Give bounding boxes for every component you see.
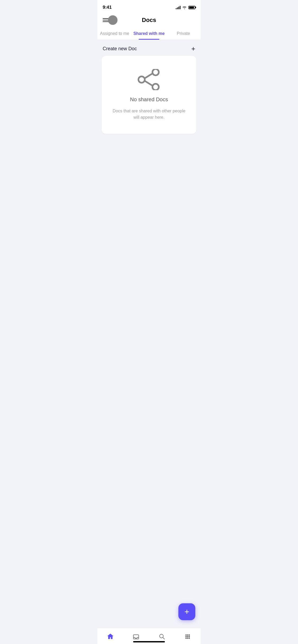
create-bar: Create new Doc +	[97, 40, 201, 56]
status-time: 9:41	[103, 5, 112, 10]
content-area: Create new Doc + No shared Doc	[97, 40, 201, 199]
create-new-doc-label: Create new Doc	[103, 46, 137, 52]
header: Docs	[97, 13, 201, 28]
status-icons	[176, 6, 195, 9]
empty-state-subtitle: Docs that are shared with other people w…	[112, 108, 186, 121]
svg-point-0	[152, 69, 159, 75]
svg-line-4	[145, 81, 152, 86]
signal-icon	[176, 6, 180, 9]
svg-line-3	[145, 73, 152, 78]
page-title: Docs	[142, 17, 156, 24]
share-icon	[136, 69, 162, 91]
tabs-bar: Assigned to me Shared with me Private	[97, 28, 201, 40]
battery-icon	[188, 6, 195, 9]
svg-point-1	[138, 76, 145, 83]
status-bar: 9:41	[97, 0, 201, 13]
svg-point-2	[152, 84, 159, 90]
tab-shared[interactable]: Shared with me	[132, 28, 166, 40]
tab-private[interactable]: Private	[166, 28, 201, 40]
tab-assigned[interactable]: Assigned to me	[97, 28, 132, 40]
create-doc-button[interactable]: +	[191, 45, 195, 52]
empty-state-title: No shared Docs	[130, 96, 168, 103]
wifi-icon	[182, 6, 187, 9]
header-left	[102, 15, 118, 25]
empty-state-card: No shared Docs Docs that are shared with…	[102, 56, 196, 134]
avatar[interactable]	[108, 15, 118, 25]
